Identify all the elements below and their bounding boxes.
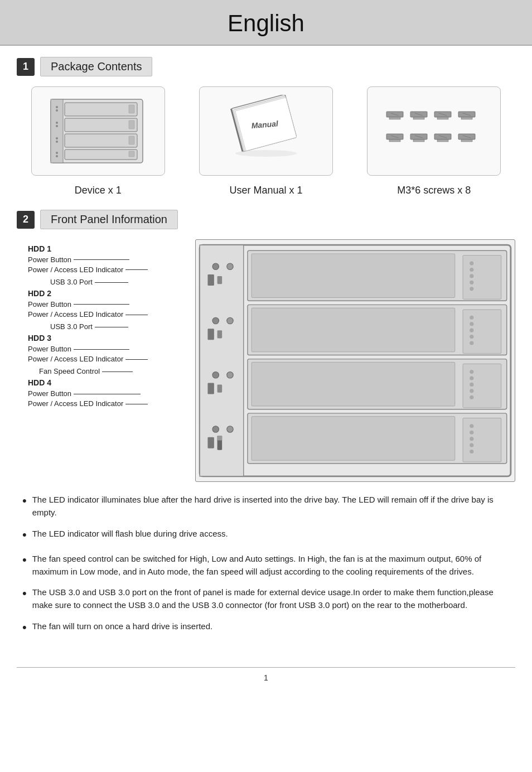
svg-point-14 [56,137,58,139]
svg-point-89 [470,424,473,428]
hdd4-led-line [125,404,148,404]
svg-rect-43 [437,139,448,142]
section1-header: 1 Package Contents [17,57,515,76]
svg-rect-40 [413,139,424,142]
hdd1-power-button-label: Power Button [28,255,71,265]
svg-point-53 [470,261,473,265]
fan-row: Fan Speed Control [39,366,195,377]
screws-icon [378,103,490,159]
svg-point-95 [227,426,233,432]
svg-point-65 [470,316,473,320]
manual-label: User Manual x 1 [229,185,302,196]
page-footer: 1 [17,667,515,688]
svg-rect-5 [65,149,137,160]
bullet-dot-5: • [22,618,27,637]
svg-point-59 [227,263,233,269]
svg-point-17 [56,155,58,157]
svg-point-93 [470,450,473,453]
svg-point-83 [227,372,233,378]
hdd3-led-line [125,359,148,360]
page-title: English [228,10,304,36]
svg-point-82 [212,372,219,378]
svg-rect-31 [437,117,448,119]
hdd3-led-label: Power / Access LED Indicator [28,354,123,364]
hdd3-power-button-row: Power Button [28,344,195,354]
bullets-section: • The LED indicator illuminates blue aft… [17,493,515,637]
svg-rect-85 [217,384,223,392]
svg-rect-87 [252,417,455,461]
section2-wrapper: 2 Front Panel Information HDD 1 Power Bu… [17,210,515,637]
svg-rect-63 [252,308,455,352]
usb2-row: USB 3.0 Port [50,322,195,332]
hdd3-name: HDD 3 [28,333,195,344]
hdd4-group: HDD 4 Power Button Power / Access LED In… [28,378,195,409]
svg-rect-6 [129,105,134,113]
package-item-screws: M3*6 screws x 8 [353,86,515,196]
svg-point-66 [470,322,473,326]
bullet-item-5: • The fan will turn on once a hard drive… [22,620,515,637]
svg-rect-60 [207,274,214,286]
section1-number: 1 [17,58,35,76]
svg-point-23 [235,150,297,157]
hdd2-led-row: Power / Access LED Indicator [28,310,195,320]
svg-point-92 [470,443,473,447]
hdd2-power-button-row: Power Button [28,300,195,310]
svg-rect-96 [207,437,214,448]
svg-rect-2 [65,103,137,116]
hdd4-power-button-row: Power Button [28,389,195,399]
hdd2-led-label: Power / Access LED Indicator [28,310,123,320]
svg-point-57 [470,287,473,291]
package-item-manual: Manual User Manual x 1 [185,86,347,196]
bullet-item-3: • The fan speed control can be switched … [22,552,515,578]
svg-point-80 [470,389,473,393]
usb1-row: USB 3.0 Port [50,277,195,287]
hdd2-group: HDD 2 Power Button Power / Access LED In… [28,288,195,320]
svg-point-69 [470,341,473,345]
bullet-item-4: • The USB 3.0 and USB 3.0 port on the fr… [22,586,515,612]
svg-point-77 [470,370,473,374]
manual-box: Manual [199,86,333,176]
section2-label: Front Panel Information [40,210,178,229]
usb1-line [95,282,128,283]
hdd3-led-row: Power / Access LED Indicator [28,354,195,364]
svg-rect-52 [463,255,501,300]
svg-rect-76 [463,364,501,408]
header-bar: English [0,0,532,46]
hdd4-power-button-line [74,394,141,394]
bullet-text-3: The fan speed control can be switched fo… [32,552,515,578]
svg-point-11 [56,109,58,112]
svg-rect-72 [207,329,214,340]
package-item-device: Device x 1 [17,86,179,196]
screws-box [367,86,501,176]
svg-point-12 [56,122,58,124]
hdd1-power-button-line [74,259,129,260]
svg-rect-75 [252,362,455,406]
svg-rect-34 [461,117,472,119]
svg-point-56 [470,281,473,284]
hdd1-name: HDD 1 [28,244,195,255]
bullet-dot-4: • [22,584,27,603]
hdd2-power-button-label: Power Button [28,300,71,310]
manual-icon: Manual [221,95,311,167]
fan-line [102,371,133,372]
svg-point-78 [470,376,473,380]
device-label: Device x 1 [75,185,122,196]
svg-point-10 [56,106,58,108]
device-icon [42,95,154,167]
section1-label: Package Contents [40,57,152,76]
svg-point-67 [470,329,473,332]
svg-point-91 [470,437,473,441]
svg-point-70 [212,317,219,324]
svg-rect-3 [65,118,137,132]
svg-point-55 [470,274,473,278]
usb1-label: USB 3.0 Port [50,277,93,287]
hdd4-led-row: Power / Access LED Indicator [28,399,195,409]
svg-rect-7 [129,120,134,129]
svg-rect-88 [463,418,501,462]
svg-rect-84 [207,383,214,394]
svg-point-81 [470,395,473,399]
bullet-item-2: • The LED indicator will flash blue duri… [22,527,515,544]
fan-label: Fan Speed Control [39,366,100,377]
svg-rect-46 [461,139,472,142]
svg-rect-37 [389,139,400,142]
